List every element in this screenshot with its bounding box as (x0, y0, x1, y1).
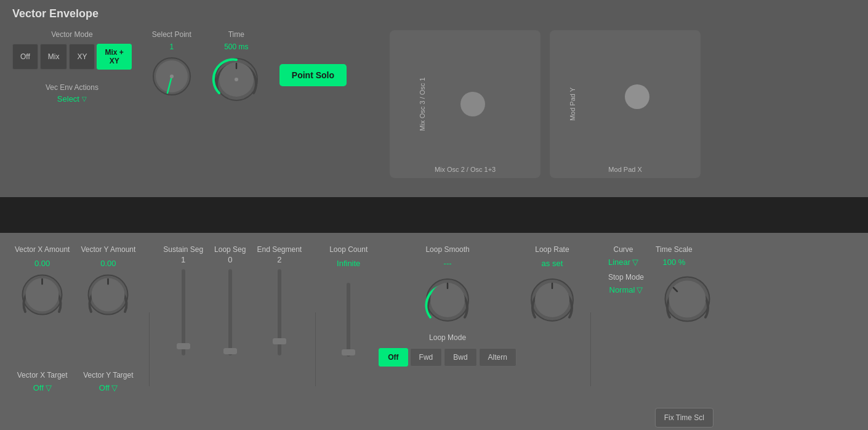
vec-x-amount-value: 0.00 (34, 259, 50, 268)
loop-mode-buttons: Off Fwd Bwd Altern (379, 348, 516, 367)
lower-right-row: Stop Mode Normal ▽ (608, 273, 713, 325)
time-scale-knob[interactable] (661, 273, 713, 325)
loop-seg-slider[interactable] (228, 269, 232, 355)
xy-pad2-left-label: Mod Pad Y (569, 87, 576, 121)
right-controls: Curve Linear ▽ Time Scale 100 % Stop Mod… (608, 245, 713, 428)
loop-mode-bwd[interactable]: Bwd (444, 348, 476, 367)
separator-2 (315, 312, 316, 386)
stop-mode-arrow: ▽ (637, 285, 643, 294)
sustain-seg-label: Sustain Seg (163, 245, 203, 254)
time-group: Time 500 ms (212, 30, 261, 104)
end-segment-slider[interactable] (278, 269, 281, 355)
vec-env-dropdown-icon: ▽ (82, 95, 87, 102)
time-scale-group: Time Scale 100 % (656, 245, 693, 267)
loop-mode-label: Loop Mode (429, 333, 466, 342)
loop-rate-knob[interactable] (528, 275, 577, 325)
sustain-seg-slider[interactable] (182, 269, 185, 355)
sustain-seg-thumb[interactable] (177, 343, 190, 349)
mode-mix-xy-button[interactable]: Mix +XY (97, 44, 131, 70)
time-knob[interactable] (212, 55, 261, 104)
vector-mode-buttons: Off Mix XY Mix +XY (12, 44, 132, 70)
xy-pad1-left-label: Mix Osc 3 / Osc 1 (419, 78, 426, 131)
loop-seg-thumb[interactable] (223, 348, 237, 354)
curve-stop-row: Curve Linear ▽ Time Scale 100 % (608, 245, 713, 267)
loop-smooth-knob[interactable] (423, 275, 472, 325)
svg-point-2 (170, 75, 174, 78)
vec-env-actions-group: Vec Env Actions Select ▽ (46, 83, 98, 103)
select-point-value: 1 (170, 43, 174, 51)
vec-x-amount-group: Vector X Amount 0.00 Vector X Target Off… (15, 245, 70, 392)
vec-x-target-arrow: ▽ (46, 383, 52, 392)
stop-mode-label: Stop Mode (608, 273, 644, 282)
curve-value[interactable]: Linear ▽ (608, 258, 638, 267)
vec-x-amount-label: Vector X Amount (15, 245, 70, 254)
loop-count-label: Loop Count (329, 245, 368, 254)
time-scale-value: 100 % (662, 258, 685, 267)
stop-mode-group: Stop Mode Normal ▽ (608, 273, 644, 294)
fix-time-area: Fix Time Scl (608, 334, 713, 428)
loop-rate-group: Loop Rate as set (528, 245, 577, 325)
select-point-label: Select Point (152, 30, 191, 39)
page-title: Vector Envelope (12, 7, 856, 20)
curve-arrow: ▽ (632, 258, 638, 267)
top-section: Vector Envelope Vector Mode Off Mix XY M… (0, 0, 868, 197)
vec-env-select[interactable]: Select ▽ (57, 94, 87, 103)
select-point-knob[interactable] (150, 55, 193, 98)
end-segment-label: End Segment (257, 245, 302, 254)
loop-smooth-label: Loop Smooth (425, 245, 469, 254)
xy-pad2-circle (625, 84, 649, 109)
point-solo-button[interactable]: Point Solo (279, 64, 347, 86)
xy-pad1-circle (460, 92, 485, 116)
end-segment-thumb[interactable] (273, 338, 286, 344)
loop-seg-value: 0 (228, 255, 232, 264)
vec-y-amount-label: Vector Y Amount (81, 245, 135, 254)
sustain-seg-value: 1 (181, 255, 185, 264)
loop-count-slider[interactable] (347, 278, 350, 362)
time-value: 500 ms (224, 43, 248, 51)
fix-time-button[interactable]: Fix Time Scl (655, 408, 713, 428)
separator-1 (149, 312, 150, 386)
select-point-group: Select Point 1 (150, 30, 193, 98)
mode-xy-button[interactable]: XY (69, 44, 95, 70)
vec-env-label: Vec Env Actions (46, 83, 98, 92)
vector-mode-label: Vector Mode (51, 30, 92, 39)
svg-point-20 (669, 281, 705, 318)
loop-count-group: Loop Count Infinite (329, 245, 368, 362)
xy-pad-2[interactable]: Mod Pad Y Mod Pad X (550, 30, 701, 178)
xy-pad-1[interactable]: Mix Osc 3 / Osc 1 Mix Osc 2 / Osc 1+3 (390, 30, 540, 178)
mode-mix-button[interactable]: Mix (40, 44, 68, 70)
vec-env-value: Select (57, 94, 79, 103)
vec-y-target-label: Vector Y Target (83, 371, 133, 379)
loop-smooth-value: --- (444, 259, 452, 268)
svg-point-6 (235, 78, 238, 81)
time-label: Time (228, 30, 244, 39)
loop-rate-value: as set (542, 259, 563, 268)
time-scale-label: Time Scale (656, 245, 693, 254)
vec-x-target-label: Vector X Target (17, 371, 68, 379)
vec-x-amount-knob[interactable] (19, 272, 65, 318)
end-segment-value: 2 (277, 255, 281, 264)
vector-mode-group: Vector Mode Off Mix XY Mix +XY Vec Env A… (12, 30, 132, 103)
loop-mode-altern[interactable]: Altern (479, 348, 516, 367)
loop-rate-label: Loop Rate (535, 245, 569, 254)
curve-group: Curve Linear ▽ (608, 245, 638, 267)
loop-mode-fwd[interactable]: Fwd (410, 348, 443, 367)
mode-off-button[interactable]: Off (12, 44, 38, 70)
loop-seg-group: Loop Seg 0 (214, 245, 246, 360)
sustain-seg-group: Sustain Seg 1 (163, 245, 203, 360)
xy-pad2-bottom-label: Mod Pad X (608, 166, 641, 173)
vec-y-target-value[interactable]: Off ▽ (99, 383, 118, 392)
stop-mode-value[interactable]: Normal ▽ (609, 285, 643, 294)
vec-y-amount-value: 0.00 (100, 259, 116, 268)
vec-x-target-group: Vector X Target Off ▽ (17, 371, 68, 392)
loop-seg-label: Loop Seg (214, 245, 246, 254)
loop-count-thumb[interactable] (342, 349, 355, 355)
vec-y-amount-knob[interactable] (85, 272, 131, 318)
divider (0, 197, 868, 233)
vec-y-target-group: Vector Y Target Off ▽ (83, 371, 133, 392)
separator-3 (590, 312, 591, 386)
vec-x-target-value[interactable]: Off ▽ (33, 383, 52, 392)
loop-mode-off[interactable]: Off (379, 348, 408, 367)
curve-label: Curve (614, 245, 633, 254)
point-solo-area: Point Solo (279, 30, 347, 86)
